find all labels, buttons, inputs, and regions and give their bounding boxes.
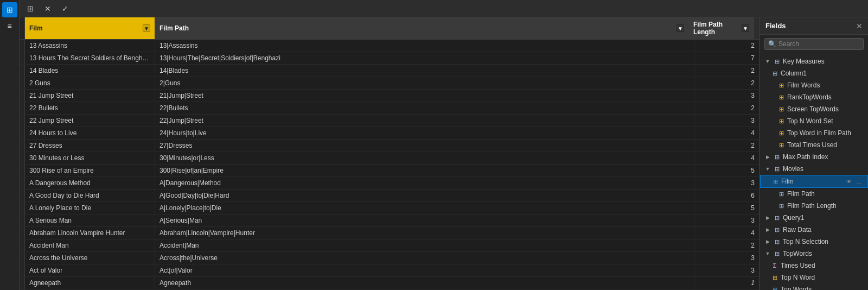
- film-cell: A Serious Man: [25, 215, 155, 226]
- tree-expand-icon: ▶: [764, 238, 771, 245]
- tree-field-item[interactable]: ΣTimes Used: [760, 260, 868, 272]
- row-num: [20, 65, 25, 77]
- film-path-column-header[interactable]: Film Path ▼: [155, 17, 689, 39]
- section-table-icon: ⊞: [773, 238, 781, 245]
- table-row[interactable]: 2 Guns2|Guns2: [20, 77, 760, 90]
- table-row[interactable]: A Lonely Place to DieA|Lonely|Place|to|D…: [20, 202, 760, 215]
- fields-search-input[interactable]: [778, 40, 860, 48]
- field-label: Film Words: [787, 81, 864, 89]
- tree-field-item[interactable]: ⊞Top N Word Set: [760, 115, 868, 127]
- tree-field-item[interactable]: ⊞Top N Word: [760, 272, 868, 283]
- path-cell: 24|Hours|to|Live: [155, 127, 694, 139]
- row-num: [20, 52, 25, 64]
- grid-header: Film ▼ Film Path ▼ Film Path Length ▼: [20, 17, 760, 40]
- section-table-icon: ⊞: [773, 214, 781, 222]
- section-table-icon: ⊞: [773, 250, 781, 257]
- tree-field-item[interactable]: ⊞Screen TopWords: [760, 103, 868, 115]
- fields-panel-close[interactable]: ✕: [856, 22, 863, 30]
- tree-field-item[interactable]: ⊞Film Path Length: [760, 200, 868, 212]
- film-cell: 300 Rise of an Empire: [25, 165, 155, 176]
- list-view-icon[interactable]: ≡: [2, 18, 17, 34]
- table-row[interactable]: A Serious ManA|Serious|Man3: [20, 215, 760, 227]
- film-cell: Act of Valor: [25, 264, 155, 276]
- grid-icon[interactable]: ⊞: [24, 2, 37, 15]
- tree-section-header[interactable]: ▶⊞Query1: [760, 212, 868, 224]
- film-path-length-sort-icon[interactable]: ▼: [742, 24, 749, 32]
- content-area: Film ▼ Film Path ▼ Film Path Length ▼ 13…: [20, 17, 868, 290]
- row-num: [20, 227, 25, 239]
- table-row[interactable]: 22 Bullets22|Bullets2: [20, 102, 760, 115]
- table-icon: ⊞: [771, 70, 778, 77]
- tree-expand-icon: ▼: [764, 166, 771, 172]
- grid-body[interactable]: 13 Assassins13|Assassins213 Hours The Se…: [20, 40, 760, 290]
- tree-field-item[interactable]: ⊞Column1: [760, 67, 868, 79]
- fields-panel-header: Fields ✕: [760, 17, 868, 35]
- table-row[interactable]: 13 Hours The Secret Soldiers of Benghazi…: [20, 52, 760, 65]
- field-label: Top Words: [781, 286, 864, 290]
- film-path-length-column-header[interactable]: Film Path Length ▼: [689, 17, 754, 39]
- section-label: Movies: [783, 165, 864, 173]
- table-row[interactable]: 27 Dresses27|Dresses2: [20, 140, 760, 152]
- tree-field-item[interactable]: ⊞Top Words: [760, 283, 868, 290]
- row-num: [20, 202, 25, 214]
- close-button[interactable]: ✕: [41, 2, 54, 15]
- field-label: Top N Word: [781, 274, 864, 281]
- tree-section-header[interactable]: ▶⊞Raw Data: [760, 224, 868, 236]
- row-num: [20, 40, 25, 52]
- section-label: TopWords: [783, 250, 864, 257]
- field-label: Film Path Length: [787, 202, 864, 210]
- confirm-button[interactable]: ✓: [59, 2, 72, 15]
- table-row[interactable]: Abraham Lincoln Vampire HunterAbraham|Li…: [20, 227, 760, 239]
- tree-section-header[interactable]: ▶⊞Top N Selection: [760, 236, 868, 248]
- tree-section-header[interactable]: ▼⊞Movies: [760, 163, 868, 175]
- table-row[interactable]: 22 Jump Street22|Jump|Street3: [20, 115, 760, 127]
- tree-field-item[interactable]: ⊞RankTopWords: [760, 91, 868, 103]
- film-sort-icon[interactable]: ▼: [143, 24, 150, 32]
- table-row[interactable]: A Good Day to Die HardA|Good|Day|to|Die|…: [20, 190, 760, 202]
- field-label: Top N Word Set: [787, 117, 864, 125]
- more-options-icon[interactable]: …: [854, 177, 863, 186]
- sigma-icon: Σ: [771, 262, 778, 269]
- film-column-header[interactable]: Film ▼: [25, 17, 155, 39]
- length-cell: 3: [694, 252, 760, 264]
- section-table-icon: ⊞: [773, 165, 781, 173]
- table-icon: ⊞: [777, 190, 785, 198]
- table-row[interactable]: A Dangerous MethodA|Dangerous|Method3: [20, 177, 760, 190]
- length-cell: 4: [694, 127, 760, 139]
- film-cell: Accident Man: [25, 239, 155, 251]
- table-row[interactable]: AgneepathAgneepath1: [20, 277, 760, 289]
- visibility-icon[interactable]: 👁: [845, 177, 853, 186]
- film-cell: 22 Bullets: [25, 102, 155, 114]
- table-row[interactable]: 24 Hours to Live24|Hours|to|Live4: [20, 127, 760, 140]
- row-num: [20, 239, 25, 251]
- table-row[interactable]: Accident ManAccident|Man2: [20, 239, 760, 252]
- table-row[interactable]: 21 Jump Street21|Jump|Street3: [20, 90, 760, 102]
- tree-field-item[interactable]: ⊞Film Words: [760, 79, 868, 91]
- tree-field-item[interactable]: ⊞Total Times Used: [760, 139, 868, 151]
- film-cell: 21 Jump Street: [25, 90, 155, 102]
- path-cell: 21|Jump|Street: [155, 90, 694, 102]
- length-cell: 2: [694, 102, 760, 114]
- tree-section-header[interactable]: ▼⊞Key Measures: [760, 55, 868, 67]
- film-col-label: Film: [29, 24, 141, 32]
- length-cell: 5: [694, 202, 760, 214]
- table-row[interactable]: 300 Rise of an Empire300|Rise|of|an|Empi…: [20, 165, 760, 177]
- measure-icon: ⊞: [777, 93, 785, 101]
- table-row[interactable]: 30 Minutes or Less30|Minutes|or|Less4: [20, 152, 760, 165]
- tree-section-header[interactable]: ▼⊞TopWords: [760, 248, 868, 260]
- row-num: [20, 277, 25, 289]
- film-cell: 13 Hours The Secret Soldiers of Benghazi: [25, 52, 155, 64]
- tree-field-item[interactable]: ⊞Film👁…: [760, 175, 868, 188]
- grid-view-icon[interactable]: ⊞: [2, 2, 17, 17]
- table-row[interactable]: 14 Blades14|Blades2: [20, 65, 760, 77]
- tree-section-header[interactable]: ▶⊞Max Path Index: [760, 151, 868, 163]
- main-area: ⊞ ✕ ✓ Film ▼ Film Path ▼ Film Path Lengt…: [20, 0, 868, 290]
- film-path-sort-icon[interactable]: ▼: [676, 24, 684, 32]
- table-row[interactable]: Act of ValorAct|of|Valor3: [20, 264, 760, 277]
- table-row[interactable]: Across the UniverseAcross|the|Universe3: [20, 252, 760, 264]
- tree-field-item[interactable]: ⊞Top Word in Film Path: [760, 127, 868, 139]
- table-row[interactable]: 13 Assassins13|Assassins2: [20, 40, 760, 52]
- tree-field-item[interactable]: ⊞Film Path: [760, 188, 868, 200]
- fields-search-box[interactable]: 🔍: [764, 38, 864, 50]
- length-cell: 3: [694, 264, 760, 276]
